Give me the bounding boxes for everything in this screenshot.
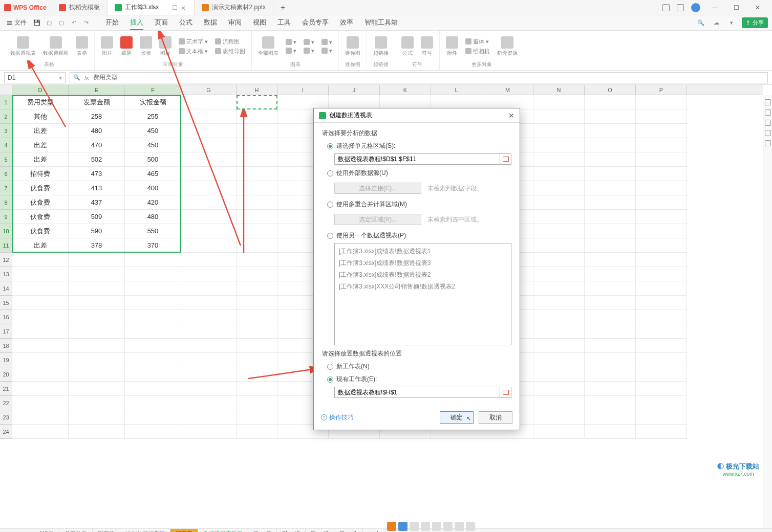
menu-tab-页面[interactable]: 页面 bbox=[155, 16, 168, 30]
cell-empty[interactable] bbox=[237, 95, 277, 109]
cell-empty[interactable] bbox=[12, 410, 69, 425]
redo-button[interactable]: ↷ bbox=[81, 18, 91, 28]
cell-empty[interactable] bbox=[125, 253, 181, 267]
help-link[interactable]: ?操作技巧 bbox=[321, 413, 354, 422]
cell-empty[interactable] bbox=[585, 425, 636, 439]
cell-empty[interactable] bbox=[533, 210, 585, 224]
cell-empty[interactable] bbox=[69, 425, 125, 439]
cell-empty[interactable] bbox=[69, 353, 125, 367]
cell-r5-c1[interactable]: 502 bbox=[69, 152, 125, 167]
cell-empty[interactable] bbox=[12, 353, 69, 367]
close-button[interactable]: ✕ bbox=[750, 4, 765, 11]
cell-empty[interactable] bbox=[237, 382, 277, 396]
row-header-12[interactable]: 12 bbox=[0, 253, 12, 267]
cell-empty[interactable] bbox=[329, 95, 380, 109]
tray-icon-2[interactable] bbox=[398, 522, 408, 531]
window-button[interactable]: 窗体 ▾ bbox=[463, 37, 492, 46]
row-header-24[interactable]: 24 bbox=[0, 425, 12, 439]
cell-empty[interactable] bbox=[533, 195, 585, 210]
cell-empty[interactable] bbox=[585, 353, 636, 367]
cell-empty[interactable] bbox=[237, 425, 277, 439]
chart-type-1[interactable]: ▾ bbox=[284, 38, 298, 46]
cell-empty[interactable] bbox=[237, 181, 277, 195]
col-header-N[interactable]: N bbox=[533, 85, 585, 95]
cell-empty[interactable] bbox=[181, 410, 237, 425]
cell-empty[interactable] bbox=[237, 238, 277, 253]
col-header-J[interactable]: J bbox=[329, 85, 380, 95]
cell-empty[interactable] bbox=[125, 410, 181, 425]
cell-empty[interactable] bbox=[237, 138, 277, 152]
cell-empty[interactable] bbox=[237, 410, 277, 425]
row-header-23[interactable]: 23 bbox=[0, 410, 12, 425]
user-avatar[interactable] bbox=[691, 3, 700, 12]
chart-type-5[interactable]: ▾ bbox=[319, 38, 334, 46]
pivot-list-item-2[interactable]: [工作簿3.xlsx]成绩表!数据透视表2 bbox=[338, 269, 508, 281]
right-toolbar-2[interactable] bbox=[765, 109, 771, 116]
cell-empty[interactable] bbox=[585, 296, 636, 310]
cell-r7-c2[interactable]: 400 bbox=[125, 181, 181, 195]
col-header-K[interactable]: K bbox=[380, 85, 431, 95]
cell-empty[interactable] bbox=[12, 396, 69, 410]
pivot-list-item-1[interactable]: [工作簿3.xlsx]成绩表!数据透视表3 bbox=[338, 257, 508, 269]
cell-r11-c1[interactable]: 378 bbox=[69, 238, 125, 253]
table-button[interactable]: 表格 bbox=[74, 35, 90, 58]
cell-r10-c0[interactable]: 伙食费 bbox=[12, 224, 69, 238]
save-button[interactable]: 💾 bbox=[32, 18, 42, 28]
sheet-tab-Sheet7[interactable]: Sheet7 bbox=[306, 529, 334, 532]
range-picker-button[interactable] bbox=[500, 153, 511, 165]
screenshot-button[interactable]: 截屏 bbox=[118, 35, 135, 58]
cell-empty[interactable] bbox=[181, 210, 237, 224]
cell-empty[interactable] bbox=[380, 95, 431, 109]
menu-tab-会员专享[interactable]: 会员专享 bbox=[302, 16, 329, 30]
row-header-2[interactable]: 2 bbox=[0, 109, 12, 124]
cell-r8-c1[interactable]: 437 bbox=[69, 195, 125, 210]
cell-empty[interactable] bbox=[181, 310, 237, 324]
cancel-button[interactable]: 取消 bbox=[479, 411, 512, 424]
cell-empty[interactable] bbox=[636, 339, 687, 353]
cell-r6-c0[interactable]: 招待费 bbox=[12, 167, 69, 181]
cell-empty[interactable] bbox=[533, 281, 585, 296]
cell-empty[interactable] bbox=[181, 253, 237, 267]
cell-empty[interactable] bbox=[431, 95, 482, 109]
cell-r7-c1[interactable]: 413 bbox=[69, 181, 125, 195]
tray-icon-3[interactable] bbox=[410, 522, 419, 531]
cell-empty[interactable] bbox=[12, 425, 69, 439]
cell-empty[interactable] bbox=[69, 382, 125, 396]
down-icon[interactable]: ▾ bbox=[726, 18, 737, 28]
cell-r8-c0[interactable]: 伙食费 bbox=[12, 195, 69, 210]
cell-empty[interactable] bbox=[237, 253, 277, 267]
cell-empty[interactable] bbox=[69, 296, 125, 310]
opt-another-pivot[interactable]: 使用另一个数据透视表(P): bbox=[327, 231, 511, 240]
cell-empty[interactable] bbox=[181, 181, 237, 195]
col-header-G[interactable]: G bbox=[181, 85, 237, 95]
cell-empty[interactable] bbox=[636, 425, 687, 439]
cell-empty[interactable] bbox=[533, 410, 585, 425]
cell-empty[interactable] bbox=[237, 296, 277, 310]
cell-empty[interactable] bbox=[181, 195, 237, 210]
cell-empty[interactable] bbox=[533, 138, 585, 152]
row-header-11[interactable]: 11 bbox=[0, 238, 12, 253]
menu-tab-审阅[interactable]: 审阅 bbox=[228, 16, 242, 30]
cell-r4-c2[interactable]: 450 bbox=[125, 138, 181, 152]
formula-button[interactable]: 公式 bbox=[399, 35, 416, 58]
row-header-22[interactable]: 22 bbox=[0, 396, 12, 410]
cell-empty[interactable] bbox=[585, 210, 636, 224]
cell-empty[interactable] bbox=[181, 138, 237, 152]
cell-r9-c1[interactable]: 509 bbox=[69, 210, 125, 224]
cell-empty[interactable] bbox=[125, 382, 181, 396]
cell-empty[interactable] bbox=[125, 367, 181, 382]
doc-tab-1[interactable]: 工作簿3.xlsx☐✕ bbox=[108, 0, 195, 15]
cell-empty[interactable] bbox=[636, 138, 687, 152]
textbox-button[interactable]: 文本框 ▾ bbox=[177, 47, 210, 56]
cell-empty[interactable] bbox=[533, 310, 585, 324]
cell-empty[interactable] bbox=[636, 152, 687, 167]
cell-empty[interactable] bbox=[125, 353, 181, 367]
cell-empty[interactable] bbox=[585, 267, 636, 281]
cloud-icon[interactable]: ☁ bbox=[711, 18, 721, 28]
cell-empty[interactable] bbox=[181, 339, 237, 353]
cell-empty[interactable] bbox=[237, 396, 277, 410]
cell-empty[interactable] bbox=[237, 195, 277, 210]
cell-empty[interactable] bbox=[181, 267, 237, 281]
row-header-14[interactable]: 14 bbox=[0, 281, 12, 296]
cell-empty[interactable] bbox=[237, 210, 277, 224]
